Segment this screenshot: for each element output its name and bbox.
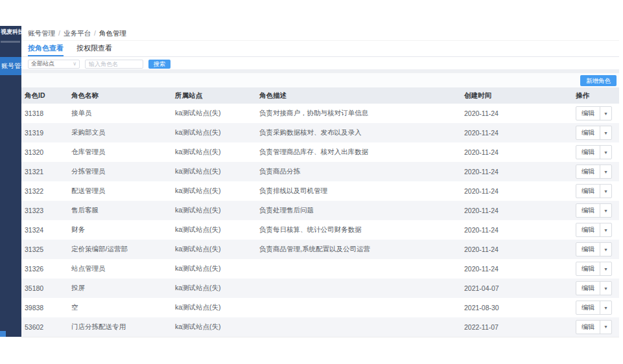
role-desc-cell: 负责商品管理,系统配置以及公司运营 — [259, 240, 464, 259]
sidebar-item-account-management[interactable]: 账号管理 — [0, 57, 21, 75]
edit-split-button: 编辑 ▼ — [576, 281, 612, 295]
edit-button[interactable]: 编辑 — [576, 146, 600, 159]
app-window: 视麦科技 账号管理 账号管理/业务平台/角色管理 按角色查看 按权限查看 全部站… — [0, 0, 623, 364]
tab-view-by-permission[interactable]: 按权限查看 — [76, 41, 112, 56]
site-select-value: 全部站点 — [31, 60, 54, 68]
role-id-cell: 31324 — [21, 220, 71, 240]
breadcrumb-account-management[interactable]: 账号管理 — [28, 29, 55, 37]
sidebar-collapse-handle[interactable] — [0, 331, 6, 337]
role-name-cell: 接单员 — [71, 104, 175, 123]
caret-down-icon[interactable]: ▼ — [600, 204, 611, 217]
table-row: 31321 分拣管理员 ka测试站点(失) 负责商品分拣 2020-11-24 … — [21, 162, 619, 181]
role-created-cell: 2021-08-30 — [464, 298, 554, 317]
role-desc-cell — [259, 317, 464, 337]
caret-down-icon[interactable]: ▼ — [600, 165, 611, 178]
role-created-cell: 2020-11-24 — [464, 201, 554, 220]
caret-down-icon[interactable]: ▼ — [600, 126, 611, 139]
edit-split-button: 编辑 ▼ — [576, 165, 612, 179]
edit-button[interactable]: 编辑 — [576, 321, 600, 334]
edit-button[interactable]: 编辑 — [576, 223, 600, 236]
edit-split-button: 编辑 ▼ — [576, 184, 612, 198]
role-site-cell: ka测试站点(失) — [175, 162, 259, 181]
edit-button[interactable]: 编辑 — [576, 262, 600, 275]
role-created-cell: 2020-11-24 — [464, 142, 554, 162]
role-site-cell: ka测试站点(失) — [175, 142, 259, 162]
role-name-cell: 售后客服 — [71, 201, 175, 220]
role-created-cell: 2021-04-07 — [464, 279, 554, 298]
role-name-cell: 分拣管理员 — [71, 162, 175, 181]
edit-split-button: 编辑 ▼ — [576, 223, 612, 237]
role-id-cell: 31325 — [21, 240, 71, 259]
caret-down-icon[interactable]: ▼ — [600, 223, 611, 236]
caret-down-icon[interactable]: ▼ — [600, 321, 611, 334]
role-name-cell: 采购部文员 — [71, 123, 175, 142]
caret-down-icon[interactable]: ▼ — [600, 243, 611, 256]
search-button[interactable]: 搜索 — [148, 60, 170, 69]
role-id-cell: 31318 — [21, 104, 71, 123]
role-created-cell: 2020-11-24 — [464, 240, 554, 259]
table-row: 31322 配送管理员 ka测试站点(失) 负责排线以及司机管理 2020-11… — [21, 181, 619, 201]
role-actions-cell: 编辑 ▼ — [554, 142, 619, 162]
edit-button[interactable]: 编辑 — [576, 301, 600, 314]
breadcrumb-separator: / — [94, 29, 96, 37]
edit-split-button: 编辑 ▼ — [576, 203, 612, 218]
role-actions-cell: 编辑 ▼ — [554, 201, 619, 220]
role-actions-cell: 编辑 ▼ — [554, 220, 619, 240]
table-row: 35180 投屏 ka测试站点(失) 2021-04-07 编辑 ▼ — [21, 279, 619, 298]
add-role-button[interactable]: 新增角色 — [580, 75, 617, 86]
role-name-cell: 投屏 — [71, 279, 175, 298]
role-actions-cell: 编辑 ▼ — [554, 298, 619, 317]
main-content: 账号管理/业务平台/角色管理 按角色查看 按权限查看 全部站点 ∨ 搜索 新增角… — [21, 26, 619, 337]
site-select[interactable]: 全部站点 ∨ — [28, 60, 80, 69]
breadcrumb-business-platform[interactable]: 业务平台 — [64, 29, 91, 37]
breadcrumb-separator: / — [58, 29, 60, 37]
role-created-cell: 2020-11-24 — [464, 162, 554, 181]
edit-button[interactable]: 编辑 — [576, 204, 600, 217]
tab-view-by-role[interactable]: 按角色查看 — [28, 41, 64, 56]
table-row: 39838 空 ka测试站点(失) 2021-08-30 编辑 ▼ — [21, 298, 619, 317]
column-header-site: 所属站点 — [175, 87, 259, 104]
role-desc-cell: 负责对接商户，协助与核对订单信息 — [259, 104, 464, 123]
breadcrumb: 账号管理/业务平台/角色管理 — [21, 26, 619, 41]
company-logo: 视麦科技 — [0, 26, 21, 40]
caret-down-icon[interactable]: ▼ — [600, 185, 611, 198]
caret-down-icon[interactable]: ▼ — [600, 262, 611, 275]
role-id-cell: 31323 — [21, 201, 71, 220]
tab-bar: 按角色查看 按权限查看 — [21, 41, 619, 57]
edit-split-button: 编辑 ▼ — [576, 262, 612, 276]
caret-down-icon[interactable]: ▼ — [600, 282, 611, 295]
table-row: 31318 接单员 ka测试站点(失) 负责对接商户，协助与核对订单信息 202… — [21, 104, 619, 123]
table-row: 53602 门店分拣配送专用 ka测试站点(失) 2022-11-07 编辑 ▼ — [21, 317, 619, 337]
role-created-cell: 2020-11-24 — [464, 181, 554, 201]
table-row: 31325 定价策编部/运营部 ka测试站点(失) 负责商品管理,系统配置以及公… — [21, 240, 619, 259]
caret-down-icon[interactable]: ▼ — [600, 146, 611, 159]
column-header-description: 角色描述 — [259, 87, 464, 104]
role-id-cell: 31320 — [21, 142, 71, 162]
edit-button[interactable]: 编辑 — [576, 282, 600, 295]
role-name-input[interactable] — [85, 60, 143, 69]
column-header-role-id: 角色ID — [21, 87, 71, 104]
caret-down-icon[interactable]: ▼ — [600, 107, 611, 120]
edit-split-button: 编辑 ▼ — [576, 242, 612, 256]
breadcrumb-role-management: 角色管理 — [99, 29, 126, 37]
caret-down-icon[interactable]: ▼ — [600, 301, 611, 314]
role-created-cell: 2022-11-07 — [464, 317, 554, 337]
edit-button[interactable]: 编辑 — [576, 107, 600, 120]
role-created-cell: 2020-11-24 — [464, 220, 554, 240]
filter-bar: 全部站点 ∨ 搜索 — [21, 58, 619, 69]
table-header-row: 角色ID 角色名称 所属站点 角色描述 创建时间 操作 — [21, 87, 619, 104]
role-name-cell: 财务 — [71, 220, 175, 240]
role-site-cell: ka测试站点(失) — [175, 240, 259, 259]
role-id-cell: 31322 — [21, 181, 71, 201]
role-actions-cell: 编辑 ▼ — [554, 181, 619, 201]
edit-button[interactable]: 编辑 — [576, 165, 600, 178]
role-name-cell: 空 — [71, 298, 175, 317]
role-site-cell: ka测试站点(失) — [175, 220, 259, 240]
role-actions-cell: 编辑 ▼ — [554, 259, 619, 279]
edit-button[interactable]: 编辑 — [576, 185, 600, 198]
role-id-cell: 35180 — [21, 279, 71, 298]
role-site-cell: ka测试站点(失) — [175, 201, 259, 220]
edit-button[interactable]: 编辑 — [576, 243, 600, 256]
edit-button[interactable]: 编辑 — [576, 126, 600, 139]
role-actions-cell: 编辑 ▼ — [554, 162, 619, 181]
